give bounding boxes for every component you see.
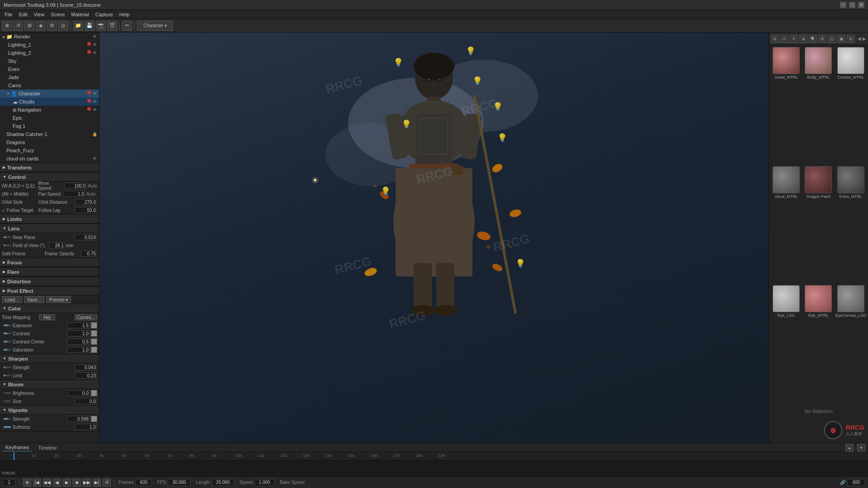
right-tool-5[interactable]: 🔍: [809, 35, 817, 43]
material-cell-eye-lsg[interactable]: Eye_LSG: [771, 285, 802, 403]
next-button[interactable]: ▶▶: [83, 479, 91, 487]
timeline-cursor[interactable]: [14, 452, 14, 460]
tree-item-sky[interactable]: Sky: [0, 57, 99, 65]
save-button[interactable]: Save...: [24, 296, 44, 303]
prev-button[interactable]: ◀: [53, 479, 61, 487]
current-frame-input[interactable]: [3, 479, 15, 486]
transport-icon-btn[interactable]: ⊕: [23, 479, 31, 487]
close-button[interactable]: ✕: [858, 2, 864, 8]
speed-input[interactable]: [255, 479, 274, 486]
tree-item-lighting1[interactable]: Lighting_1 👁: [0, 41, 99, 49]
bloom-size-slider[interactable]: [4, 400, 11, 402]
fov-input[interactable]: [49, 242, 65, 249]
light-icon-3[interactable]: 💡: [472, 76, 482, 86]
right-tool-4[interactable]: ◈: [799, 35, 807, 43]
lock-input[interactable]: [847, 479, 865, 486]
contrast-slider[interactable]: [4, 333, 11, 334]
go-start-button[interactable]: |◀: [33, 479, 41, 487]
flare-header[interactable]: ▶ Flare: [0, 267, 99, 277]
toolbar-btn-5[interactable]: ⚙: [47, 21, 57, 31]
tree-item-clouds[interactable]: ☁ Clouds 👁: [0, 98, 99, 106]
bloom-brightness-input[interactable]: [67, 390, 90, 396]
right-tool-6[interactable]: ⚙: [818, 35, 826, 43]
toolbar-btn-8[interactable]: 💾: [85, 21, 94, 31]
light-icon-5[interactable]: 💡: [401, 119, 411, 129]
toolbar-btn-10[interactable]: 🎬: [107, 21, 117, 31]
toolbar-btn-2[interactable]: ↺: [13, 21, 23, 31]
character-dropdown-btn[interactable]: Character ▾: [137, 21, 173, 31]
saturation-slider[interactable]: [4, 349, 11, 351]
tree-item-render[interactable]: ▶ 📁 Render 👁: [0, 33, 99, 41]
distortion-header[interactable]: ▶ Distortion: [0, 277, 99, 286]
near-plane-input[interactable]: [75, 234, 97, 240]
minimize-button[interactable]: ─: [840, 2, 846, 8]
prev-frame-button[interactable]: ◀◀: [43, 479, 51, 487]
presets-button[interactable]: Presets ▾: [46, 296, 71, 303]
tree-item-shadow-catcher[interactable]: Shadow Catcher 1 🔒: [0, 130, 99, 138]
right-tool-2[interactable]: ↺: [780, 35, 788, 43]
tone-mapping-dropdown[interactable]: Hej: [39, 314, 55, 320]
bloom-size-input[interactable]: [75, 398, 97, 404]
toolbar-btn-6[interactable]: ◎: [58, 21, 68, 31]
light-icon-4[interactable]: 💡: [493, 102, 503, 112]
timeline-scroll-down[interactable]: ▼: [857, 444, 865, 452]
frames-input[interactable]: [136, 479, 152, 486]
tree-item-epic[interactable]: Epic: [0, 114, 99, 122]
sharpen-header[interactable]: ▼ Sharpen: [0, 354, 99, 363]
menu-view[interactable]: View: [31, 11, 47, 18]
menu-capture[interactable]: Capture: [93, 11, 116, 18]
vignette-softness-input[interactable]: [75, 424, 97, 430]
play-button[interactable]: ▶: [63, 479, 71, 487]
contrast-swatch[interactable]: [91, 330, 97, 337]
toolbar-btn-4[interactable]: ◈: [36, 21, 46, 31]
toolbar-btn-9[interactable]: 📸: [96, 21, 106, 31]
light-icon-6[interactable]: 💡: [497, 133, 507, 143]
sharpen-limit-input[interactable]: [75, 372, 97, 379]
exposure-slider[interactable]: [4, 324, 11, 326]
tree-item-jade[interactable]: Jade: [0, 73, 99, 81]
vignette-strength-input[interactable]: [67, 416, 90, 422]
move-speed-input[interactable]: [64, 183, 87, 189]
light-icon-2[interactable]: 💡: [466, 46, 476, 56]
loop-button[interactable]: ↺: [103, 479, 111, 487]
sharpen-strength-slider[interactable]: [4, 366, 11, 368]
load-button[interactable]: Load...: [2, 296, 22, 303]
tree-item-lighting2[interactable]: Lighting_2 👁: [0, 49, 99, 57]
pan-speed-input[interactable]: [63, 191, 85, 197]
maximize-button[interactable]: □: [849, 2, 855, 8]
vignette-softness-slider[interactable]: [4, 426, 11, 428]
material-cell-asset[interactable]: Asset_MTRL: [771, 47, 802, 165]
menu-help[interactable]: Help: [117, 11, 132, 18]
material-cell-body[interactable]: Body_MTRL: [803, 47, 834, 165]
material-cell-extra[interactable]: Extra_MTRL: [835, 166, 866, 284]
vignette-strength-swatch[interactable]: [91, 416, 97, 422]
control-header[interactable]: ▼ Control: [0, 173, 99, 182]
tree-item-even[interactable]: Even: [0, 65, 99, 73]
exposure-swatch[interactable]: [91, 322, 97, 328]
light-icon-1[interactable]: 💡: [393, 57, 403, 67]
bloom-header[interactable]: ▼ Bloom: [0, 380, 99, 389]
sharpen-limit-slider[interactable]: [4, 375, 11, 376]
menu-file[interactable]: File: [2, 11, 15, 18]
material-cell-cornea[interactable]: Cornea_MTRL: [835, 47, 866, 165]
saturation-input[interactable]: [67, 347, 90, 353]
focus-header[interactable]: ▶ Focus: [0, 258, 99, 267]
bloom-brightness-slider[interactable]: [4, 392, 11, 394]
tab-keyframes[interactable]: Keyframes: [3, 444, 32, 451]
color-header[interactable]: ▼ Color: [0, 304, 99, 313]
length-input[interactable]: [212, 479, 234, 486]
go-end-button[interactable]: ▶|: [93, 479, 101, 487]
tree-item-navigation[interactable]: ⊞ Navigation 👁: [0, 106, 99, 114]
right-tool-8[interactable]: ▣: [837, 35, 845, 43]
tab-timeline[interactable]: Timeline: [36, 444, 60, 451]
light-icon-7[interactable]: 💡: [381, 186, 391, 196]
material-cell-cloud[interactable]: cloud_MTRL: [771, 166, 802, 284]
tree-item-cloud-cards[interactable]: cloud on cards 👁: [0, 155, 99, 163]
orbit-distance-input[interactable]: [75, 199, 97, 205]
tree-item-fog1[interactable]: Fog 1: [0, 122, 99, 130]
right-tool-1[interactable]: ⊕: [771, 35, 779, 43]
follow-lag-input[interactable]: [75, 207, 97, 213]
vignette-strength-slider[interactable]: [4, 418, 11, 420]
contrast-center-input[interactable]: [67, 338, 90, 345]
saturation-swatch[interactable]: [91, 347, 97, 353]
